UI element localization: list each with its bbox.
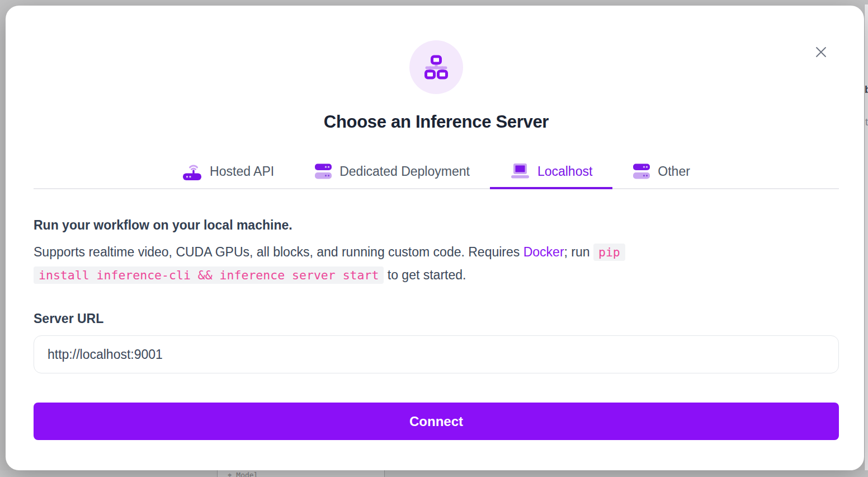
connect-button[interactable]: Connect — [34, 403, 839, 440]
dialog-title: Choose an Inference Server — [34, 112, 839, 132]
code-snippet: pip — [593, 244, 625, 261]
code-snippet: install inference-cli && inference serve… — [34, 266, 384, 284]
dialog-header-icon-circle — [409, 40, 463, 94]
panel-description: Supports realtime video, CUDA GPUs, all … — [34, 241, 839, 287]
tab-localhost[interactable]: Localhost — [490, 157, 612, 189]
docker-link[interactable]: Docker — [523, 245, 564, 259]
close-button[interactable] — [813, 44, 829, 60]
text-segment: ; run — [564, 245, 593, 259]
background-text-fragment: b — [865, 84, 868, 96]
tab-label: Localhost — [537, 164, 592, 179]
localhost-tab-panel: Run your workflow on your local machine.… — [34, 216, 839, 440]
text-segment: Supports realtime video, CUDA GPUs, all … — [34, 245, 523, 259]
tab-label: Other — [658, 164, 690, 179]
tab-label: Hosted API — [210, 164, 274, 179]
dimmed-sidebar-strip: b t — [864, 4, 868, 470]
tab-other[interactable]: Other — [612, 157, 710, 189]
tab-dedicated-deployment[interactable]: Dedicated Deployment — [294, 157, 490, 189]
background-toolbar-label: Model — [236, 471, 258, 477]
tab-hosted-api[interactable]: Hosted API — [162, 157, 294, 189]
server-url-label: Server URL — [34, 311, 839, 326]
background-text-fragment: t — [865, 116, 868, 128]
background-toolbar-fragment: ⌖ Model — [217, 470, 385, 477]
server-stack-icon — [633, 162, 650, 180]
router-icon — [182, 162, 202, 181]
tab-label: Dedicated Deployment — [339, 164, 470, 179]
laptop-icon — [510, 162, 530, 180]
close-icon — [814, 45, 828, 59]
inference-server-dialog: Choose an Inference Server Hosted API — [6, 6, 864, 470]
dimmed-canvas-strip: ⌖ Model — [0, 470, 868, 477]
tab-bar: Hosted API Dedicated Deployment Localhos… — [34, 157, 839, 189]
panel-lead-text: Run your workflow on your local machine. — [34, 216, 839, 234]
network-nodes-icon — [422, 53, 451, 82]
server-stack-icon — [314, 162, 332, 180]
model-icon: ⌖ — [228, 471, 232, 477]
text-segment: to get started. — [384, 268, 466, 282]
server-url-input[interactable] — [34, 335, 839, 373]
